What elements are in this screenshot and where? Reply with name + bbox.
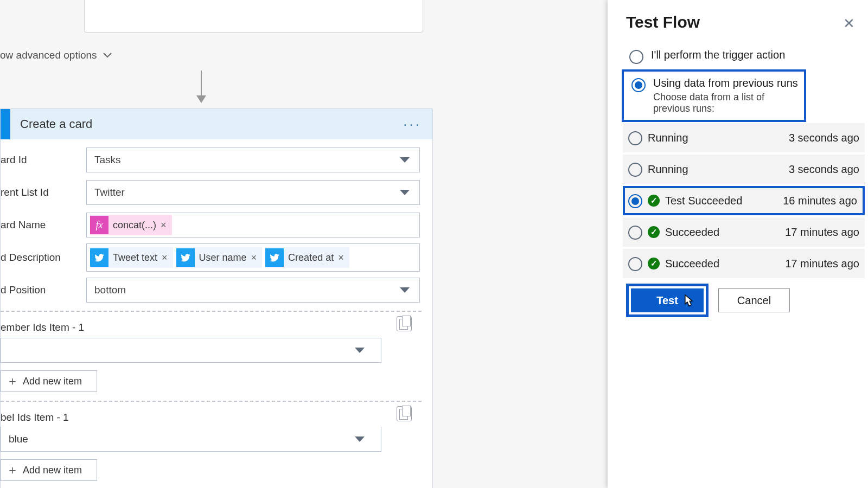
run-status: Test Succeeded xyxy=(665,195,777,207)
run-item[interactable]: ✓ Succeeded 17 minutes ago xyxy=(623,249,865,278)
add-item-label: Add new item xyxy=(23,465,82,476)
dynamic-token-created-at[interactable]: Created at × xyxy=(265,247,349,268)
field-card-name: ard Name fx concat(...) × xyxy=(1,209,422,241)
trello-service-icon xyxy=(1,109,10,139)
label-ids-section: bel Ids Item - 1 blue ＋ Add new item xyxy=(1,401,422,488)
radio-icon xyxy=(628,226,642,240)
close-icon[interactable]: ✕ xyxy=(843,15,855,32)
field-label: ard Name xyxy=(1,219,46,230)
run-time: 16 minutes ago xyxy=(783,195,857,207)
previous-runs-list: Running 3 seconds ago Running 3 seconds … xyxy=(623,123,865,278)
remove-token-icon[interactable]: × xyxy=(161,252,169,264)
token-label: Tweet text xyxy=(113,252,157,264)
label-ids-header: bel Ids Item - 1 xyxy=(1,407,422,428)
twitter-icon xyxy=(90,248,108,267)
chevron-down-icon xyxy=(400,190,410,195)
option-sublabel: Choose data from a list of previous runs… xyxy=(653,92,799,114)
success-check-icon: ✓ xyxy=(648,258,660,269)
run-status: Succeeded xyxy=(665,226,780,239)
add-label-item-button[interactable]: ＋ Add new item xyxy=(1,459,97,481)
field-label: d Position xyxy=(1,284,46,296)
cursor-pointer-icon xyxy=(681,294,695,313)
radio-icon xyxy=(628,257,642,271)
test-mode-options: I'll perform the trigger action Using da… xyxy=(626,43,854,122)
run-status: Running xyxy=(648,163,783,176)
twitter-icon xyxy=(176,248,195,267)
remove-token-icon[interactable]: × xyxy=(250,252,258,264)
add-member-item-button[interactable]: ＋ Add new item xyxy=(1,370,97,392)
card-name-input[interactable]: fx concat(...) × xyxy=(86,213,420,237)
card-description-input[interactable]: Tweet text × User name × C xyxy=(86,243,420,272)
field-label: ard Id xyxy=(1,154,27,165)
step-header[interactable]: Create a card ··· xyxy=(1,109,432,139)
run-item[interactable]: Running 3 seconds ago xyxy=(623,155,865,184)
cancel-button-label: Cancel xyxy=(737,294,771,307)
plus-icon: ＋ xyxy=(7,462,18,478)
test-flow-panel: Test Flow ✕ I'll perform the trigger act… xyxy=(608,0,868,488)
option-previous-runs[interactable]: Using data from previous runs Choose dat… xyxy=(622,69,806,122)
test-button-highlight: Test xyxy=(626,284,709,317)
token-label: concat(...) xyxy=(113,220,156,231)
run-time: 17 minutes ago xyxy=(785,226,859,239)
board-id-value: Tasks xyxy=(94,154,121,166)
radio-selected-icon xyxy=(628,194,642,208)
run-item-selected[interactable]: ✓ Test Succeeded 16 minutes ago xyxy=(623,186,865,215)
chevron-down-icon xyxy=(400,157,410,163)
cancel-button[interactable]: Cancel xyxy=(718,288,790,312)
test-button-label: Test xyxy=(656,294,678,307)
chevron-down-icon xyxy=(355,348,365,353)
member-ids-header: ember Ids Item - 1 xyxy=(1,317,422,338)
chevron-down-icon xyxy=(103,49,112,61)
label-ids-item-select[interactable]: blue xyxy=(1,427,381,452)
field-card-description: d Description Tweet text × User name xyxy=(1,241,422,274)
create-card-step: Create a card ··· ard Id Tasks rent List… xyxy=(0,108,433,488)
flow-canvas: ow advanced options Create a card ··· ar… xyxy=(0,0,608,488)
card-position-select[interactable]: bottom xyxy=(86,278,420,303)
board-id-select[interactable]: Tasks xyxy=(86,147,420,172)
card-position-value: bottom xyxy=(94,284,126,296)
radio-icon xyxy=(629,50,643,64)
step-title: Create a card xyxy=(20,117,403,131)
token-label: User name xyxy=(199,252,247,264)
remove-token-icon[interactable]: × xyxy=(337,252,345,264)
run-item[interactable]: Running 3 seconds ago xyxy=(623,123,865,152)
previous-step-card-edge xyxy=(84,0,423,33)
dynamic-token-tweet-text[interactable]: Tweet text × xyxy=(90,247,173,268)
field-label: d Description xyxy=(1,252,61,263)
run-time: 17 minutes ago xyxy=(785,258,859,270)
radio-icon xyxy=(628,163,642,177)
chevron-down-icon xyxy=(355,436,365,442)
field-board-id: ard Id Tasks xyxy=(1,144,422,176)
token-label: Created at xyxy=(288,252,334,264)
option-label: I'll perform the trigger action xyxy=(651,49,785,61)
success-check-icon: ✓ xyxy=(648,226,660,238)
panel-button-row: Test Cancel xyxy=(626,284,854,317)
option-manual-trigger[interactable]: I'll perform the trigger action xyxy=(626,43,854,69)
plus-icon: ＋ xyxy=(7,373,18,389)
parent-list-id-select[interactable]: Twitter xyxy=(86,180,420,205)
dynamic-token-user-name[interactable]: User name × xyxy=(176,247,263,268)
expression-token[interactable]: fx concat(...) × xyxy=(90,215,172,235)
chevron-down-icon xyxy=(400,287,410,293)
member-ids-item-select[interactable] xyxy=(1,338,381,363)
run-status: Running xyxy=(648,132,783,144)
field-label: rent List Id xyxy=(1,187,49,198)
copy-section-icon[interactable] xyxy=(397,316,412,331)
radio-selected-icon xyxy=(631,78,646,92)
run-item[interactable]: ✓ Succeeded 17 minutes ago xyxy=(623,217,865,247)
option-label: Using data from previous runs xyxy=(653,77,799,89)
show-advanced-options-toggle[interactable]: ow advanced options xyxy=(0,44,112,66)
test-button[interactable]: Test xyxy=(631,288,704,312)
field-parent-list-id: rent List Id Twitter xyxy=(1,176,422,209)
fx-icon: fx xyxy=(90,216,108,234)
advanced-options-label: ow advanced options xyxy=(0,49,97,61)
field-card-position: d Position bottom xyxy=(1,274,422,306)
step-menu-button[interactable]: ··· xyxy=(403,116,422,133)
remove-token-icon[interactable]: × xyxy=(159,220,168,231)
twitter-icon xyxy=(265,248,284,267)
label-ids-value: blue xyxy=(9,433,28,445)
step-fields: ard Id Tasks rent List Id Twitter ard Na… xyxy=(1,139,432,311)
panel-title: Test Flow xyxy=(626,13,854,31)
run-time: 3 seconds ago xyxy=(789,132,859,144)
copy-section-icon[interactable] xyxy=(397,406,412,421)
